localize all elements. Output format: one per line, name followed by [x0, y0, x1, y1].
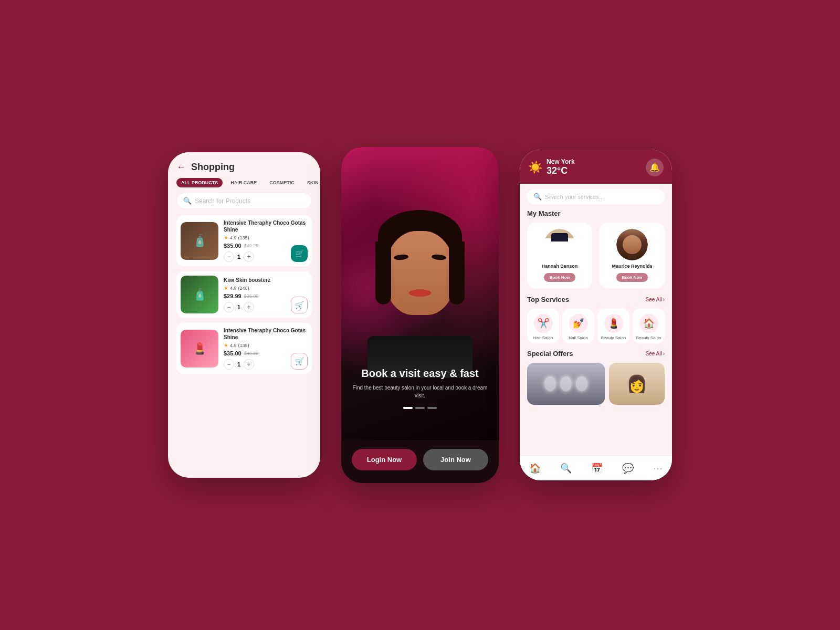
- phone-landing: Book a visit easy & fast Find the best b…: [341, 147, 499, 483]
- star-icon: ★: [224, 235, 228, 240]
- filter-cosmetic[interactable]: COSMETIC: [265, 178, 299, 187]
- product-rating-3: ★ 4.9 (135): [224, 342, 308, 348]
- chevron-right-offers-icon: ›: [663, 351, 665, 356]
- nail-salon-icon: 💅: [569, 314, 588, 333]
- search-icon-services: 🔍: [533, 193, 542, 201]
- hair-salon-label: Hair Salon: [529, 335, 557, 340]
- beauty-salon-label-2: Beauty Salon: [635, 335, 663, 340]
- product-name-1: Intensive Theraphy Choco Gotas Shine: [224, 219, 308, 233]
- search-bar[interactable]: 🔍 Search for Products: [176, 193, 312, 209]
- service-nail-salon[interactable]: 💅 Nail Salon: [562, 309, 594, 343]
- services-content: My Master Hannah Benson Book Now: [520, 209, 672, 405]
- eye-right: [432, 254, 447, 260]
- add-to-cart-button-1[interactable]: 🛒: [291, 245, 308, 262]
- city-name: New York: [547, 158, 575, 165]
- mirror-2: [560, 376, 572, 391]
- review-count-3: (135): [238, 343, 249, 348]
- services-search[interactable]: 🔍 Search your services...: [527, 189, 665, 204]
- shopping-header: ← Shopping: [168, 152, 320, 178]
- temperature: 32°C: [547, 165, 575, 176]
- filter-hair-care[interactable]: HAIR CARE: [226, 178, 261, 187]
- offer-card-person[interactable]: 👩: [609, 363, 665, 405]
- nav-more[interactable]: ⋯: [649, 461, 667, 475]
- chevron-right-icon: ›: [663, 297, 665, 302]
- add-to-cart-button-2[interactable]: 🛒: [291, 297, 308, 313]
- hero-subtitle: Find the best beauty salon in your local…: [352, 384, 488, 400]
- qty-plus-2[interactable]: +: [244, 302, 254, 312]
- product-image-2: 🧴: [181, 276, 218, 313]
- services-search-placeholder[interactable]: Search your services...: [545, 194, 604, 200]
- dot-1[interactable]: [403, 407, 413, 409]
- price-main-1: $35.00: [224, 243, 242, 249]
- filter-tabs: ALL PRODUCTS HAIR CARE COSMETIC SKIN CAR…: [168, 178, 320, 193]
- dot-2[interactable]: [415, 407, 425, 409]
- product-image-3: 💄: [181, 330, 218, 368]
- qty-minus-2[interactable]: −: [224, 302, 234, 312]
- beauty-salon-label-1: Beauty Salon: [600, 335, 627, 340]
- qty-value-2: 1: [237, 304, 240, 310]
- qty-plus-1[interactable]: +: [244, 251, 254, 262]
- avatar-maurice: [616, 229, 648, 260]
- notification-button[interactable]: 🔔: [646, 159, 664, 176]
- price-old-1: $40.29: [244, 243, 259, 248]
- landing-hero: Book a visit easy & fast Find the best b…: [341, 147, 499, 440]
- add-to-cart-button-3[interactable]: 🛒: [291, 353, 308, 370]
- bottom-nav: 🏠 🔍 📅 💬 ⋯: [520, 456, 672, 480]
- offer-card-salon-interior[interactable]: [527, 363, 605, 405]
- price-main-2: $29.99: [224, 293, 242, 299]
- chat-icon: 💬: [622, 463, 634, 474]
- login-button[interactable]: Login Now: [352, 449, 417, 470]
- rating-value-3: 4.9: [230, 343, 237, 348]
- hair-salon-icon: ✂️: [534, 314, 553, 333]
- nav-home[interactable]: 🏠: [525, 461, 545, 475]
- price-old-2: $35.00: [244, 293, 259, 299]
- my-master-title: My Master: [527, 209, 561, 217]
- product-name-3: Intensive Theraphy Choco Gotas Shine: [224, 327, 308, 341]
- hannah-cap: [551, 233, 568, 242]
- filter-skin-care[interactable]: SKIN CARE: [302, 178, 320, 187]
- phone-shopping: ← Shopping ALL PRODUCTS HAIR CARE COSMET…: [168, 152, 320, 478]
- qty-plus-3[interactable]: +: [244, 359, 254, 370]
- dot-3[interactable]: [427, 407, 437, 409]
- product-card-1: 🧴 Intensive Theraphy Choco Gotas Shine ★…: [176, 215, 312, 266]
- service-beauty-salon-2[interactable]: 🏠 Beauty Salon: [633, 309, 665, 343]
- qty-value-1: 1: [237, 254, 240, 260]
- qty-minus-3[interactable]: −: [224, 359, 234, 370]
- review-count-2: (240): [238, 286, 249, 291]
- product-card-2: 🧴 Kiwi Skin boosterz ★ 4.9 (240) $29.99 …: [176, 271, 312, 318]
- see-all-offers[interactable]: See All ›: [646, 351, 665, 356]
- book-button-maurice[interactable]: Book Now: [616, 273, 647, 282]
- star-icon-3: ★: [224, 342, 228, 348]
- nav-search[interactable]: 🔍: [556, 461, 576, 475]
- back-button[interactable]: ←: [176, 162, 186, 173]
- hannah-body: [547, 247, 573, 260]
- nail-salon-label: Nail Salon: [564, 335, 592, 340]
- service-beauty-salon-1[interactable]: 💄 Beauty Salon: [597, 309, 629, 343]
- salon-interior-image: [527, 363, 605, 405]
- price-main-3: $35.00: [224, 350, 242, 356]
- special-offers-section-header: Special Offers See All ›: [527, 350, 665, 358]
- price-old-3: $40.29: [244, 351, 259, 356]
- product-name-2: Kiwi Skin boosterz: [224, 277, 308, 284]
- beauty-salon-icon-1: 💄: [604, 314, 623, 333]
- nav-chat[interactable]: 💬: [618, 461, 638, 475]
- qty-minus-1[interactable]: −: [224, 251, 234, 262]
- lips: [409, 289, 431, 297]
- service-hair-salon[interactable]: ✂️ Hair Salon: [527, 309, 559, 343]
- eye-left: [394, 254, 409, 260]
- book-button-hannah[interactable]: Book Now: [544, 273, 575, 282]
- maurice-face: [623, 235, 642, 254]
- see-all-services[interactable]: See All ›: [646, 297, 665, 302]
- master-name-maurice: Maurice Reynolds: [604, 264, 660, 269]
- person-icon: 👩: [626, 374, 647, 394]
- master-card-maurice: Maurice Reynolds Book Now: [600, 223, 665, 288]
- home-icon: 🏠: [529, 463, 541, 474]
- master-card-hannah: Hannah Benson Book Now: [527, 223, 592, 288]
- weather-info: New York 32°C: [547, 158, 575, 176]
- join-button[interactable]: Join Now: [423, 449, 488, 470]
- nav-calendar[interactable]: 📅: [587, 461, 607, 475]
- see-all-offers-label: See All: [646, 351, 662, 356]
- search-input[interactable]: Search for Products: [195, 197, 250, 205]
- mirrors: [544, 376, 587, 391]
- filter-all-products[interactable]: ALL PRODUCTS: [176, 178, 223, 187]
